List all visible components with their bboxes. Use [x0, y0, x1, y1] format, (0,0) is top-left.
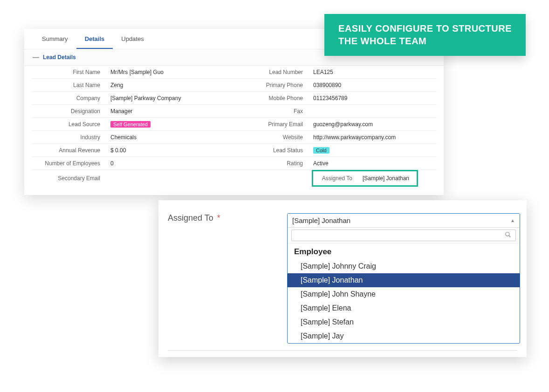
- fields-grid: First NameMr/Mrs [Sample] GuoLead Number…: [24, 66, 444, 187]
- field-value[interactable]: [Sample] Parkway Company: [106, 92, 234, 104]
- field-label: Rating: [234, 157, 309, 169]
- section-title: Lead Details: [43, 54, 76, 61]
- field-value[interactable]: Self Generated: [106, 118, 234, 130]
- field-cell: DesignationManager: [31, 105, 234, 117]
- tab-summary[interactable]: Summary: [34, 29, 76, 49]
- field-value[interactable]: Cold: [309, 144, 437, 156]
- field-cell: Websitehttp://www.parkwaycompany.com: [234, 131, 437, 143]
- field-value[interactable]: Zeng: [106, 79, 234, 91]
- field-value[interactable]: [106, 176, 234, 181]
- field-label: Company: [31, 92, 106, 104]
- field-cell: Company[Sample] Parkway Company: [31, 92, 234, 104]
- field-label: Primary Phone: [234, 79, 309, 91]
- banner-line1: EASILY CONFIGURE TO STRUCTURE: [338, 22, 512, 35]
- field-value[interactable]: 0: [106, 157, 234, 169]
- field-label: Secondary Email: [31, 172, 106, 184]
- collapse-icon: —: [33, 54, 39, 61]
- field-cell: Number of Employees0: [31, 157, 234, 169]
- field-label: Industry: [31, 131, 106, 143]
- assigned-to-options-list[interactable]: Employee [Sample] Johnny Craig[Sample] J…: [288, 243, 520, 343]
- tab-updates[interactable]: Updates: [113, 29, 152, 49]
- assigned-to-select[interactable]: [Sample] Jonathan ▲ Employee [Sample] Jo…: [287, 213, 520, 344]
- field-label: First Name: [31, 66, 106, 78]
- field-row: Annual Revenue$ 0.00Lead StatusCold: [31, 144, 437, 157]
- assigned-to-label: Assigned To: [168, 213, 213, 223]
- assigned-to-option[interactable]: [Sample] Stefan: [288, 315, 520, 329]
- field-value[interactable]: 038900890: [309, 79, 437, 91]
- assigned-to-selected-display[interactable]: [Sample] Jonathan ▲: [288, 214, 520, 228]
- lead-source-pill: Self Generated: [110, 121, 151, 128]
- field-value[interactable]: Chemicals: [106, 131, 234, 143]
- field-cell: Fax: [234, 105, 437, 117]
- svg-point-0: [506, 232, 509, 236]
- assigned-to-option[interactable]: [Sample] Johnny Craig: [288, 259, 520, 273]
- field-cell: Lead NumberLEA125: [234, 66, 437, 78]
- field-label: Last Name: [31, 79, 106, 91]
- field-label: Website: [234, 131, 309, 143]
- field-cell: Lead SourceSelf Generated: [31, 118, 234, 130]
- field-row: Secondary EmailAssigned To[Sample] Jonat…: [31, 170, 437, 187]
- field-row: Number of Employees0RatingActive: [31, 157, 437, 170]
- field-label: Lead Status: [234, 144, 309, 156]
- field-label: Mobile Phone: [234, 92, 309, 104]
- field-value[interactable]: Active: [309, 157, 437, 169]
- field-row: Company[Sample] Parkway CompanyMobile Ph…: [31, 92, 437, 105]
- promo-banner: EASILY CONFIGURE TO STRUCTURE THE WHOLE …: [324, 14, 526, 56]
- field-value[interactable]: http://www.parkwaycompany.com: [309, 131, 437, 143]
- field-label: Number of Employees: [31, 157, 106, 169]
- field-value[interactable]: [309, 108, 437, 114]
- field-label: Lead Number: [234, 66, 309, 78]
- assigned-to-row: Assigned To * [Sample] Jonathan ▲ Employ…: [165, 213, 520, 350]
- field-row: Last NameZengPrimary Phone038900890: [31, 79, 437, 92]
- lead-status-pill: Cold: [313, 147, 329, 154]
- field-cell: Lead StatusCold: [234, 144, 437, 156]
- field-cell: First NameMr/Mrs [Sample] Guo: [31, 66, 234, 78]
- field-value[interactable]: 01123456789: [309, 92, 437, 104]
- svg-line-1: [509, 235, 511, 237]
- field-cell: Primary Phone038900890: [234, 79, 437, 91]
- field-label: Annual Revenue: [31, 144, 106, 156]
- assigned-to-highlight: Assigned To[Sample] Jonathan: [312, 170, 418, 187]
- assigned-to-search-input[interactable]: [291, 230, 516, 241]
- field-label: Assigned To: [316, 172, 358, 184]
- field-label: Lead Source: [31, 118, 106, 130]
- field-value[interactable]: LEA125: [309, 66, 437, 78]
- field-value[interactable]: Mr/Mrs [Sample] Guo: [106, 66, 234, 78]
- field-label: Designation: [31, 105, 106, 117]
- assigned-to-option[interactable]: [Sample] Jay: [288, 329, 520, 343]
- field-value[interactable]: [Sample] Jonathan: [358, 172, 414, 184]
- assigned-to-option[interactable]: [Sample] Jonathan: [288, 273, 520, 287]
- divider: [168, 350, 517, 351]
- field-row: IndustryChemicalsWebsitehttp://www.parkw…: [31, 131, 437, 144]
- field-cell: IndustryChemicals: [31, 131, 234, 143]
- tab-details[interactable]: Details: [76, 29, 113, 49]
- field-cell: Secondary Email: [31, 170, 234, 187]
- field-cell: RatingActive: [234, 157, 437, 169]
- field-cell: Annual Revenue$ 0.00: [31, 144, 234, 156]
- chevron-up-icon: ▲: [510, 218, 515, 223]
- field-value[interactable]: Manager: [106, 105, 234, 117]
- field-cell: Assigned To[Sample] Jonathan: [234, 170, 437, 187]
- field-cell: Last NameZeng: [31, 79, 234, 91]
- field-cell: Mobile Phone01123456789: [234, 92, 437, 104]
- required-indicator: *: [217, 213, 220, 223]
- option-group-header: Employee: [288, 243, 520, 259]
- field-row: DesignationManagerFax: [31, 105, 437, 118]
- banner-line2: THE WHOLE TEAM: [338, 35, 512, 47]
- field-cell: Primary Emailguozeng@parkway.com: [234, 118, 437, 130]
- assigned-to-search-row: [288, 228, 520, 243]
- assigned-to-editor-card: Assigned To * [Sample] Jonathan ▲ Employ…: [158, 200, 527, 357]
- field-label: Fax: [234, 105, 309, 117]
- field-label: Primary Email: [234, 118, 309, 130]
- search-icon: [505, 231, 511, 240]
- field-row: Lead SourceSelf GeneratedPrimary Emailgu…: [31, 118, 437, 131]
- field-value[interactable]: guozeng@parkway.com: [309, 118, 437, 130]
- assigned-to-option[interactable]: [Sample] Elena: [288, 301, 520, 315]
- assigned-to-option[interactable]: [Sample] John Shayne: [288, 287, 520, 301]
- field-row: First NameMr/Mrs [Sample] GuoLead Number…: [31, 66, 437, 79]
- field-value[interactable]: $ 0.00: [106, 144, 234, 156]
- assigned-to-selected-value: [Sample] Jonathan: [292, 216, 350, 224]
